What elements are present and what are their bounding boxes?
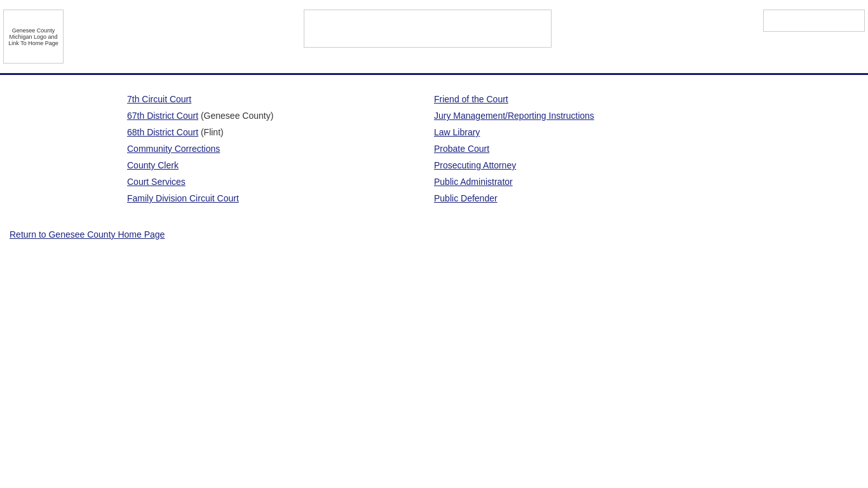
nav-item-suffix: (Genesee County): [198, 111, 273, 121]
link-7th-circuit[interactable]: 7th Circuit Court: [127, 94, 191, 104]
link-friend-court[interactable]: Friend of the Court: [434, 94, 508, 104]
link-public-administrator[interactable]: Public Administrator: [434, 177, 513, 187]
right-header-image: [763, 10, 865, 32]
nav-item: County Clerk: [127, 160, 434, 170]
link-law-library[interactable]: Law Library: [434, 127, 480, 137]
header-right: [760, 6, 868, 35]
header-left: Genesee County Michigan Logo and Link To…: [0, 6, 95, 67]
link-67th-district[interactable]: 67th District Court: [127, 111, 198, 121]
nav-item: Probate Court: [434, 144, 741, 154]
nav-item: Prosecuting Attorney: [434, 160, 741, 170]
nav-left-column: 7th Circuit Court67th District Court (Ge…: [127, 94, 434, 203]
nav-item: Community Corrections: [127, 144, 434, 154]
nav-item: Jury Management/Reporting Instructions: [434, 111, 741, 121]
banner-image: [304, 10, 552, 48]
nav-item: 67th District Court (Genesee County): [127, 111, 434, 121]
nav-item: Court Services: [127, 177, 434, 187]
nav-item: Public Defender: [434, 193, 741, 203]
link-68th-district[interactable]: 68th District Court: [127, 127, 198, 137]
nav-container: 7th Circuit Court67th District Court (Ge…: [0, 75, 868, 222]
link-public-defender[interactable]: Public Defender: [434, 193, 498, 203]
nav-item: 7th Circuit Court: [127, 94, 434, 104]
nav-item: Law Library: [434, 127, 741, 137]
header: Genesee County Michigan Logo and Link To…: [0, 0, 868, 75]
return-home-link[interactable]: Return to Genesee County Home Page: [10, 229, 165, 240]
link-community-corrections[interactable]: Community Corrections: [127, 144, 220, 154]
nav-item-suffix: (Flint): [198, 127, 224, 137]
nav-item: Family Division Circuit Court: [127, 193, 434, 203]
link-jury-management[interactable]: Jury Management/Reporting Instructions: [434, 111, 594, 121]
link-prosecuting-attorney[interactable]: Prosecuting Attorney: [434, 160, 516, 170]
nav-item: 68th District Court (Flint): [127, 127, 434, 137]
link-family-division[interactable]: Family Division Circuit Court: [127, 193, 239, 203]
nav-item: Friend of the Court: [434, 94, 741, 104]
nav-right-column: Friend of the CourtJury Management/Repor…: [434, 94, 741, 203]
header-center: [95, 6, 760, 51]
link-county-clerk[interactable]: County Clerk: [127, 160, 179, 170]
footer-area: Return to Genesee County Home Page: [0, 222, 868, 247]
logo-image[interactable]: Genesee County Michigan Logo and Link To…: [3, 10, 64, 64]
nav-item: Public Administrator: [434, 177, 741, 187]
link-court-services[interactable]: Court Services: [127, 177, 186, 187]
link-probate-court[interactable]: Probate Court: [434, 144, 489, 154]
